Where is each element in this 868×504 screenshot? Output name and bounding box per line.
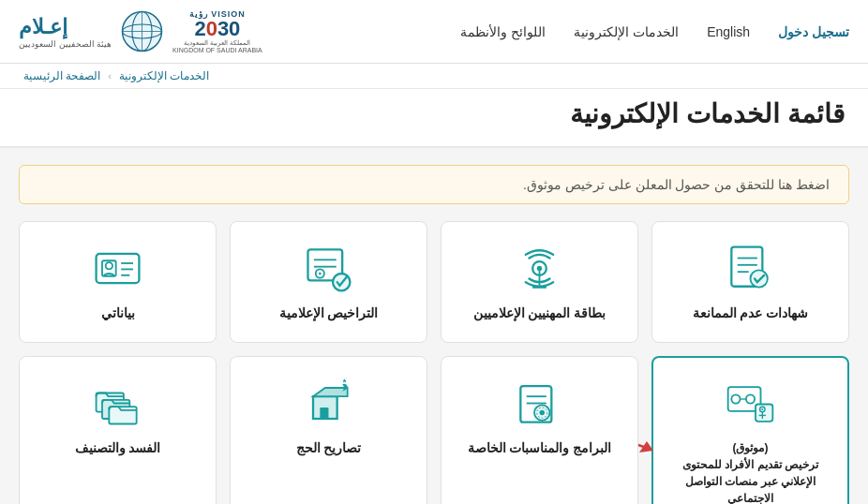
service-card-no-ban[interactable]: شهادات عدم الممانعة [651, 221, 849, 343]
service-label-no-ban: شهادات عدم الممانعة [693, 304, 809, 323]
svg-point-19 [319, 273, 322, 275]
page-title: قائمة الخدمات الإلكترونية [23, 98, 845, 129]
svg-point-30 [746, 394, 755, 403]
header-nav: تسجيل دخول English الخدمات الإلكترونية ا… [460, 24, 849, 39]
service-label-classification: الفسد والتصنيف [75, 438, 161, 458]
service-label-programs: البرامج والمناسبات الخاصة [468, 438, 612, 458]
vision-country: المملكة العربية السعوديةKINGDOM OF SAUDI… [172, 39, 262, 53]
vision-year: 2030 [194, 19, 240, 39]
svg-rect-45 [320, 408, 328, 419]
service-card-classification[interactable]: الفسد والتصنيف [19, 356, 217, 504]
service-card-programs[interactable]: البرامج والمناسبات الخاصة [441, 356, 638, 504]
alert-banner[interactable]: اضغط هنا للتحقق من حصول المعلن على ترخيص… [19, 165, 849, 204]
svg-point-22 [106, 262, 112, 269]
logo-text: إعـلام هيئة الصحفيين السعوديين [19, 15, 112, 49]
license-icon [303, 243, 354, 294]
english-link[interactable]: English [707, 24, 750, 39]
svg-marker-44 [313, 388, 348, 396]
service-card-hajj[interactable]: تصاريح الحج [230, 356, 427, 504]
service-label-licenses: التراخيص الإعلامية [279, 304, 379, 323]
vision-logo: VISION رؤية 2030 المملكة العربية السعودي… [172, 9, 262, 53]
services-grid: شهادات عدم الممانعة بطاقة المهنيين الإعل… [19, 221, 849, 504]
svg-point-41 [540, 410, 546, 416]
certificate-check-icon [725, 243, 776, 294]
breadcrumb: الخدمات الإلكترونية › الصفحة الرئيسية [0, 64, 868, 89]
eservices-nav-link[interactable]: الخدمات الإلكترونية [574, 24, 679, 39]
service-label-trusted: (موثوق) ترخيص تقديم الأفراد للمحتوى الإع… [667, 439, 833, 504]
service-label-hajj: تصاريح الحج [296, 438, 362, 458]
service-label-mydata: بياناتي [101, 304, 135, 323]
page-title-bar: قائمة الخدمات الإلكترونية [0, 89, 868, 148]
breadcrumb-eservices[interactable]: الخدمات الإلكترونية [119, 69, 209, 82]
service-card-mydata[interactable]: بياناتي [19, 221, 217, 343]
svg-point-9 [751, 270, 768, 287]
service-card-trusted[interactable]: (موثوق) ترخيص تقديم الأفراد للمحتوى الإع… [651, 356, 849, 504]
service-label-media-card: بطاقة المهنيين الإعلاميين [473, 304, 606, 323]
header: تسجيل دخول English الخدمات الإلكترونية ا… [0, 0, 868, 64]
regulations-nav-link[interactable]: اللوائح والأنظمة [460, 24, 546, 39]
breadcrumb-home[interactable]: الصفحة الرئيسية [23, 69, 100, 82]
globe-icon [121, 10, 163, 52]
logo-main-text: إعـلام [19, 15, 67, 39]
broadcast-icon [514, 243, 565, 294]
logo-area: VISION رؤية 2030 المملكة العربية السعودي… [19, 9, 267, 53]
hajj-icon [303, 378, 354, 429]
breadcrumb-sep1: › [108, 70, 112, 82]
svg-rect-49 [109, 407, 136, 423]
id-card-icon [92, 243, 143, 294]
service-card-media-card[interactable]: بطاقة المهنيين الإعلاميين [441, 221, 638, 343]
svg-point-34 [761, 408, 763, 410]
login-link[interactable]: تسجيل دخول [778, 24, 849, 39]
svg-marker-46 [342, 378, 346, 382]
programs-icon [514, 378, 565, 429]
folders-icon [92, 378, 143, 429]
service-card-licenses[interactable]: التراخيص الإعلامية [230, 221, 427, 343]
main-content: اضغط هنا للتحقق من حصول المعلن على ترخيص… [0, 148, 868, 504]
svg-point-29 [731, 394, 740, 403]
logo-sub-text: هيئة الصحفيين السعوديين [19, 39, 112, 49]
social-license-icon [725, 378, 776, 430]
